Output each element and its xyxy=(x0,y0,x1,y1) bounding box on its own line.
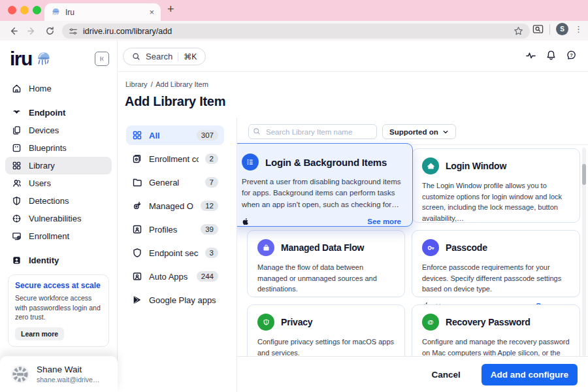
library-card-managed-data-flow[interactable]: Managed Data Flow Manage the flow of dat… xyxy=(247,230,405,297)
window-zoom-button[interactable] xyxy=(33,6,41,14)
sidebar-section-identity[interactable]: Identity xyxy=(5,252,112,269)
new-tab-button[interactable]: + xyxy=(167,3,174,16)
window-close-button[interactable] xyxy=(8,6,16,14)
category-label: Profiles xyxy=(149,225,194,235)
browser-menu-icon[interactable]: ⋮ xyxy=(574,24,583,34)
category-managed-os[interactable]: Managed OS 12 xyxy=(126,196,224,216)
briefcase-icon xyxy=(257,239,274,256)
vulnerability-icon xyxy=(12,214,22,223)
blueprints-icon xyxy=(12,143,22,153)
sidebar-item-label: Detections xyxy=(29,196,69,206)
search-icon xyxy=(132,52,140,61)
user-account[interactable]: Shane Wait shane.wait@idrive… xyxy=(0,356,118,392)
card-description: Manage the flow of data between managed … xyxy=(257,262,395,295)
add-and-configure-button[interactable]: Add and configure xyxy=(482,364,578,385)
category-auto-apps[interactable]: Auto Apps 244 xyxy=(126,267,224,286)
category-label: General xyxy=(149,178,199,188)
learn-more-button[interactable]: Learn more xyxy=(15,327,64,340)
logo-jellyfish-icon xyxy=(35,50,52,67)
supported-on-dropdown[interactable]: Supported on xyxy=(382,124,456,139)
side-panel-search-icon[interactable] xyxy=(532,24,544,35)
sidebar-item-users[interactable]: Users xyxy=(5,174,112,192)
category-enrollment-configurations[interactable]: Enrollment confi… 2 xyxy=(126,149,224,169)
collapse-sidebar-icon[interactable] xyxy=(95,52,109,66)
browser-tab[interactable]: Iru × xyxy=(44,3,161,21)
house-icon xyxy=(422,157,439,174)
card-title: Passcode xyxy=(446,242,487,253)
global-search[interactable]: Search ⌘K xyxy=(123,48,206,65)
platform-apple-icon xyxy=(242,217,250,226)
library-icon xyxy=(12,161,22,171)
divider xyxy=(549,24,550,35)
site-settings-icon[interactable] xyxy=(69,27,78,36)
search-label: Search xyxy=(146,52,172,61)
category-count: 244 xyxy=(197,271,218,282)
activity-pulse-icon[interactable] xyxy=(525,50,536,61)
library-card-passcode[interactable]: Passcode Enforce passcode requirements f… xyxy=(412,230,580,297)
category-google-play-apps[interactable]: Google Play apps xyxy=(126,290,224,310)
address-bar[interactable]: idrive.iru.com/library/add xyxy=(62,24,530,39)
managed-os-icon xyxy=(132,201,142,211)
url-text[interactable]: idrive.iru.com/library/add xyxy=(83,27,508,36)
devices-icon xyxy=(12,125,22,135)
sidebar-item-blueprints[interactable]: Blueprints xyxy=(5,139,112,157)
browser-tabstrip: Iru × + xyxy=(0,0,588,21)
category-profiles[interactable]: Profiles 39 xyxy=(126,220,224,239)
user-name: Shane Wait xyxy=(37,365,99,374)
sidebar-item-library[interactable]: Library xyxy=(5,157,112,174)
category-all[interactable]: All 307 xyxy=(126,125,224,145)
identity-promo-card: Secure access at scale Secure workforce … xyxy=(8,274,109,347)
library-card-login-background-items[interactable]: Login & Background Items Prevent a user … xyxy=(237,143,413,227)
card-title: Login Window xyxy=(446,161,506,171)
sidebar-item-enrollment[interactable]: Enrollment xyxy=(5,227,112,245)
main-topbar: Search ⌘K ? xyxy=(118,41,588,72)
library-search-input[interactable] xyxy=(248,124,377,139)
library-card-privacy[interactable]: Privacy Configure privacy settings for m… xyxy=(247,304,405,356)
notifications-bell-icon[interactable] xyxy=(546,50,557,61)
enrollment-icon xyxy=(12,231,22,241)
sidebar-item-label: Library xyxy=(29,161,55,171)
identity-icon xyxy=(12,255,22,265)
help-chat-icon[interactable]: ? xyxy=(566,50,577,61)
scrollbar-track[interactable] xyxy=(582,148,586,356)
enrollment-config-icon xyxy=(132,154,142,164)
sidebar-item-label: Devices xyxy=(29,125,59,135)
library-card-recovery-password[interactable]: @ Recovery Password Configure and manage… xyxy=(412,304,580,356)
svg-text:?: ? xyxy=(570,52,573,58)
card-description: Prevent a user from disabling background… xyxy=(242,176,401,210)
cancel-button[interactable]: Cancel xyxy=(427,369,464,380)
category-count: 307 xyxy=(197,130,218,140)
category-count: 39 xyxy=(201,224,218,235)
sidebar-item-devices[interactable]: Devices xyxy=(5,122,112,139)
app-logo[interactable]: iru xyxy=(10,49,32,69)
browser-profile-avatar[interactable]: S xyxy=(556,23,568,35)
tab-title: Iru xyxy=(65,8,144,17)
sidebar-item-label: Home xyxy=(29,84,52,93)
category-general[interactable]: General 7 xyxy=(126,172,224,192)
breadcrumb-library-link[interactable]: Library xyxy=(125,80,148,88)
sidebar-item-detections[interactable]: Detections xyxy=(5,192,112,210)
see-more-link[interactable]: See more xyxy=(367,218,401,225)
reload-icon[interactable] xyxy=(41,26,59,36)
sidebar-section-endpoint[interactable]: Endpoint xyxy=(5,104,112,122)
library-card-login-window[interactable]: Login Window The Login Window profile al… xyxy=(412,148,580,223)
category-label: Endpoint security xyxy=(149,248,199,258)
category-endpoint-security[interactable]: Endpoint security 3 xyxy=(126,243,224,263)
profiles-icon xyxy=(132,224,142,235)
back-icon[interactable] xyxy=(4,26,22,36)
category-label: Managed OS xyxy=(149,201,194,211)
user-avatar xyxy=(10,365,30,384)
sidebar-item-vulnerabilities[interactable]: Vulnerabilities xyxy=(5,210,112,227)
sidebar-item-home[interactable]: Home xyxy=(5,80,112,97)
divider xyxy=(178,52,178,61)
section-label: Endpoint xyxy=(29,108,65,118)
card-description: The Login Window profile allows you to c… xyxy=(422,180,570,223)
category-label: Enrollment confi… xyxy=(149,154,199,164)
tab-close-icon[interactable]: × xyxy=(149,7,154,17)
window-minimize-button[interactable] xyxy=(20,6,29,14)
category-count: 3 xyxy=(205,248,218,258)
forward-icon[interactable] xyxy=(22,26,41,36)
scrollbar-thumb[interactable] xyxy=(582,164,586,185)
sidebar-item-label: Enrollment xyxy=(29,231,69,241)
bookmark-star-icon[interactable] xyxy=(514,26,523,36)
